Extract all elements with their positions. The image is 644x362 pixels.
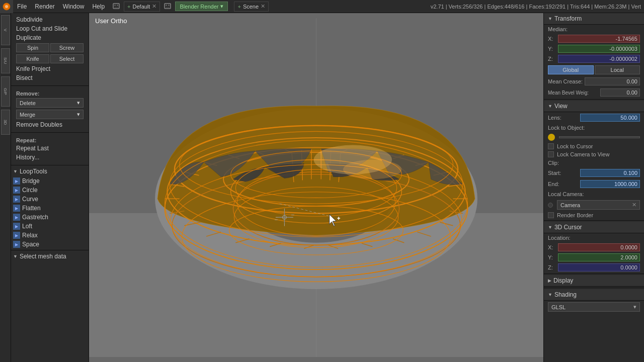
z-value[interactable]: -0.0000002 xyxy=(558,55,640,63)
curve-icon: ▶ xyxy=(13,196,20,203)
loft-item[interactable]: ▶ Loft xyxy=(11,222,89,231)
lens-label: Lens: xyxy=(548,115,578,121)
select-btn[interactable]: Select xyxy=(50,54,84,63)
lens-value[interactable]: 50.000 xyxy=(580,114,640,122)
render-engine-selector[interactable]: Blender Render ▾ xyxy=(175,2,228,11)
top-menu: File Render Window Help xyxy=(13,0,109,13)
cursor-y-value[interactable]: 2.0000 xyxy=(558,253,640,261)
merge-btn[interactable]: Merge▾ xyxy=(16,110,84,119)
torus-container xyxy=(89,13,543,362)
circle-item[interactable]: ▶ Circle xyxy=(11,186,89,195)
space-item[interactable]: ▶ Space xyxy=(11,240,89,249)
local-btn[interactable]: Local xyxy=(595,65,640,74)
remove-doubles-item[interactable]: Remove Doubles xyxy=(14,120,86,129)
svg-rect-6 xyxy=(165,4,171,9)
layout-selector[interactable]: + Default ✕ xyxy=(124,2,160,12)
history-item[interactable]: History... xyxy=(14,153,86,162)
svg-point-68 xyxy=(343,160,402,179)
knife-btn[interactable]: Knife xyxy=(16,54,49,63)
strip-grease-btn[interactable]: G/P xyxy=(1,76,10,107)
lock-camera-checkbox[interactable] xyxy=(548,151,554,157)
strip-view-btn[interactable]: V xyxy=(1,15,10,45)
z-field[interactable]: Z: -0.0000002 xyxy=(544,54,644,64)
transform-section-header[interactable]: ▼ Transform xyxy=(544,13,644,25)
mean-bevel-value[interactable]: 0.00 xyxy=(600,88,640,97)
loop-cut-item[interactable]: Loop Cut and Slide xyxy=(14,24,86,33)
left-panel: Subdivide Loop Cut and Slide Duplicate S… xyxy=(11,13,89,362)
local-camera-label: Local Camera: xyxy=(548,191,593,197)
shading-triangle: ▼ xyxy=(548,292,552,297)
spin-btn[interactable]: Spin xyxy=(16,43,49,52)
bisect-item[interactable]: Bisect xyxy=(14,73,86,82)
bridge-item[interactable]: ▶ Bridge xyxy=(11,176,89,186)
knife-project-item[interactable]: Knife Project xyxy=(14,64,86,73)
y-field[interactable]: Y: -0.0000003 xyxy=(544,44,644,54)
cursor-z-field[interactable]: Z: 0.0000 xyxy=(544,262,644,273)
global-btn[interactable]: Global xyxy=(548,65,594,74)
delete-btn[interactable]: Delete▾ xyxy=(16,98,84,108)
glsl-row: GLSL ▾ xyxy=(544,301,644,313)
blender-icon xyxy=(0,0,13,13)
svg-rect-7 xyxy=(166,5,167,6)
global-local-row: Global Local xyxy=(544,64,644,76)
relax-item[interactable]: ▶ Relax xyxy=(11,231,89,240)
cursor-y-field[interactable]: Y: 2.0000 xyxy=(544,252,644,262)
curve-item[interactable]: ▶ Curve xyxy=(11,195,89,204)
select-mesh-header[interactable]: ▼ Select mesh data xyxy=(11,251,89,261)
looptools-triangle: ▼ xyxy=(13,169,18,174)
clip-label-row: Clip: xyxy=(544,158,644,167)
mean-crease-value[interactable]: 0.00 xyxy=(585,77,640,85)
lens-row: Lens: 50.000 xyxy=(544,112,644,123)
screw-btn[interactable]: Screw xyxy=(50,43,84,52)
y-letter: Y: xyxy=(548,46,556,52)
x-value[interactable]: -1.74565 xyxy=(558,35,640,43)
view-section-header[interactable]: ▼ View xyxy=(544,101,644,112)
topbar: File Render Window Help + Default ✕ Blen… xyxy=(0,0,644,13)
gastretch-icon: ▶ xyxy=(13,214,20,221)
repeat-last-item[interactable]: Repeat Last xyxy=(14,144,86,153)
camera-value[interactable]: Camera ✕ xyxy=(557,200,640,210)
strip-shading-btn[interactable]: S/U xyxy=(1,48,10,73)
clip-end-row: End: 1000.000 xyxy=(544,178,644,190)
select-mesh-triangle: ▼ xyxy=(13,254,18,259)
shading-title: Shading xyxy=(554,291,577,298)
strip-3dprint-btn[interactable]: 3D xyxy=(1,110,10,135)
menu-file[interactable]: File xyxy=(13,0,31,13)
menu-window[interactable]: Window xyxy=(59,0,89,13)
lock-cursor-checkbox[interactable] xyxy=(548,143,554,149)
shading-section-header[interactable]: ▼ Shading xyxy=(544,289,644,301)
space-icon: ▶ xyxy=(13,241,20,248)
subdivide-item[interactable]: Subdivide xyxy=(14,15,86,24)
y-value[interactable]: -0.0000003 xyxy=(558,45,640,53)
mean-bevel-label: Mean Bevel Weig: xyxy=(548,90,598,96)
menu-help[interactable]: Help xyxy=(88,0,109,13)
x-field[interactable]: X: -1.74565 xyxy=(544,34,644,44)
cursor-x-value[interactable]: 0.0000 xyxy=(558,243,640,251)
lock-object-value[interactable] xyxy=(559,136,640,138)
clip-start-value[interactable]: 0.100 xyxy=(580,169,640,177)
clip-start-row: Start: 0.100 xyxy=(544,167,644,178)
flatten-item[interactable]: ▶ Flatten xyxy=(11,204,89,213)
location-label: Location: xyxy=(548,235,578,241)
display-section-header[interactable]: ▶ Display xyxy=(544,275,644,287)
render-border-checkbox[interactable] xyxy=(548,212,554,218)
duplicate-item[interactable]: Duplicate xyxy=(14,33,86,42)
cursor-z-value[interactable]: 0.0000 xyxy=(558,263,640,272)
transform-triangle: ▼ xyxy=(548,16,552,21)
menu-render[interactable]: Render xyxy=(31,0,58,13)
scene-selector[interactable]: + Scene ✕ xyxy=(234,2,269,12)
cursor-x-field[interactable]: X: 0.0000 xyxy=(544,242,644,252)
camera-dot xyxy=(548,203,553,208)
gastretch-item[interactable]: ▶ Gastretch xyxy=(11,213,89,222)
cursor3d-section-header[interactable]: ▼ 3D Cursor xyxy=(544,222,644,233)
cursor-location-label-row: Location: xyxy=(544,233,644,242)
svg-rect-3 xyxy=(114,5,116,6)
clip-end-value[interactable]: 1000.000 xyxy=(580,180,640,188)
svg-rect-5 xyxy=(114,7,118,8)
right-panel: ▼ Transform Median: X: -1.74565 Y: -0.00… xyxy=(543,13,644,362)
viewport[interactable]: User Ortho xyxy=(89,13,543,362)
spin-screw-row: Spin Screw xyxy=(14,42,86,53)
glsl-selector[interactable]: GLSL ▾ xyxy=(548,302,640,312)
looptools-header[interactable]: ▼ LoopTools xyxy=(11,166,89,176)
svg-rect-9 xyxy=(166,7,170,8)
